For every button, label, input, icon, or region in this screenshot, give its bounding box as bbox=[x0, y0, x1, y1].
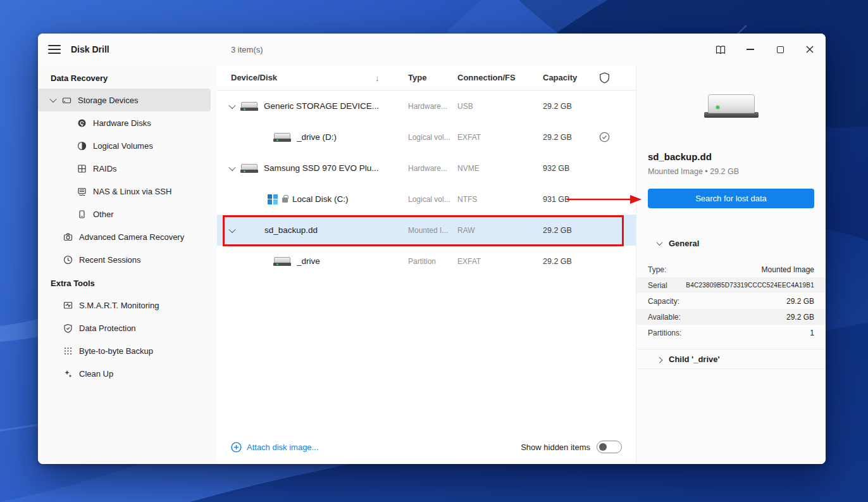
minimize-button[interactable] bbox=[741, 40, 760, 59]
shield-icon bbox=[600, 73, 609, 83]
sidebar-item-label: Other bbox=[93, 210, 114, 219]
chevron-down-icon[interactable] bbox=[228, 225, 235, 232]
sidebar: Data Recovery Storage Devices Hardware D… bbox=[38, 65, 217, 464]
titlebar[interactable]: Disk Drill 3 item(s) bbox=[38, 34, 826, 65]
property-row: Partitions:1 bbox=[636, 325, 826, 341]
column-header-capacity[interactable]: Capacity bbox=[543, 73, 592, 82]
chevron-down-icon[interactable] bbox=[228, 163, 235, 170]
sidebar-item-advanced-camera-recovery[interactable]: Advanced Camera Recovery bbox=[38, 225, 211, 248]
show-hidden-label: Show hidden items bbox=[521, 442, 590, 452]
sidebar-item-raids[interactable]: RAIDs bbox=[38, 157, 211, 180]
device-name: _drive (D:) bbox=[297, 132, 337, 142]
device-capacity: 29.2 GB bbox=[543, 257, 592, 266]
device-fs: USB bbox=[457, 102, 543, 111]
sidebar-item-other[interactable]: Other bbox=[38, 203, 211, 225]
hamburger-menu-icon[interactable] bbox=[48, 45, 61, 54]
table-header: Device/Disk ↓ Type Connection/FS Capacit… bbox=[217, 65, 636, 91]
byte-backup-icon bbox=[63, 346, 73, 356]
table-row[interactable]: Generic STORAGE DEVICE... Hardware... US… bbox=[217, 91, 636, 122]
other-device-icon bbox=[77, 210, 87, 219]
sidebar-item-label: Hardware Disks bbox=[93, 118, 151, 128]
table-row[interactable]: Samsung SSD 970 EVO Plu... Hardware... N… bbox=[217, 153, 636, 184]
show-hidden-toggle[interactable] bbox=[597, 441, 622, 453]
sidebar-item-label: Byte-to-byte Backup bbox=[79, 346, 153, 356]
sidebar-item-clean-up[interactable]: Clean Up bbox=[38, 362, 211, 385]
sidebar-item-smart-monitoring[interactable]: S.M.A.R.T. Monitoring bbox=[38, 294, 211, 317]
child-drive-section-header[interactable]: Child '_drive' bbox=[636, 349, 826, 369]
chevron-right-icon bbox=[657, 356, 663, 363]
drive-icon bbox=[274, 257, 290, 266]
bitlocker-lock-icon bbox=[282, 198, 288, 203]
device-type: Logical vol... bbox=[408, 133, 457, 142]
chevron-down-icon bbox=[49, 96, 56, 103]
device-capacity: 29.2 GB bbox=[543, 226, 592, 235]
sidebar-item-nas-ssh[interactable]: NAS & Linux via SSH bbox=[38, 180, 211, 203]
column-header-connection[interactable]: Connection/FS bbox=[457, 73, 543, 82]
desktop: Disk Drill 3 item(s) Data Recovery bbox=[0, 0, 868, 502]
search-for-lost-data-button[interactable]: Search for lost data bbox=[648, 189, 814, 208]
drive-illustration bbox=[704, 94, 759, 118]
sidebar-item-storage-devices[interactable]: Storage Devices bbox=[38, 89, 211, 111]
property-row: SerialB4C23809B5D73319CCCC524EEC4A19B1 bbox=[636, 277, 826, 293]
device-type: Partition bbox=[408, 257, 457, 266]
sidebar-item-label: S.M.A.R.T. Monitoring bbox=[79, 301, 159, 310]
device-list-panel: Device/Disk ↓ Type Connection/FS Capacit… bbox=[217, 65, 636, 464]
device-fs: NTFS bbox=[457, 195, 543, 204]
app-title: Disk Drill bbox=[71, 44, 109, 54]
selected-device-title: sd_backup.dd bbox=[648, 151, 712, 162]
circle-plus-icon bbox=[231, 442, 242, 453]
attach-disk-image-link[interactable]: Attach disk image... bbox=[231, 442, 318, 453]
property-row: Available:29.2 GB bbox=[636, 309, 826, 325]
list-footer: Attach disk image... Show hidden items bbox=[217, 430, 636, 464]
sidebar-item-recent-sessions[interactable]: Recent Sessions bbox=[38, 248, 211, 271]
device-capacity: 29.2 GB bbox=[543, 133, 592, 142]
sidebar-item-data-protection[interactable]: Data Protection bbox=[38, 317, 211, 339]
device-capacity: 932 GB bbox=[543, 164, 592, 173]
storage-devices-icon bbox=[62, 96, 71, 105]
windows-logo-icon bbox=[268, 194, 278, 204]
camera-icon bbox=[63, 232, 73, 242]
chevron-down-icon[interactable] bbox=[228, 101, 235, 108]
drive-icon bbox=[241, 164, 257, 173]
sidebar-item-logical-volumes[interactable]: Logical Volumes bbox=[38, 134, 211, 157]
help-book-icon[interactable] bbox=[711, 40, 730, 59]
hardware-disks-icon bbox=[77, 118, 87, 128]
close-button[interactable] bbox=[800, 40, 819, 59]
shield-icon bbox=[63, 323, 73, 333]
device-type: Hardware... bbox=[408, 164, 457, 173]
column-header-protection[interactable] bbox=[592, 72, 636, 84]
section-header-extra-tools: Extra Tools bbox=[38, 277, 217, 289]
table-row[interactable]: _drive Partition EXFAT 29.2 GB bbox=[217, 246, 636, 277]
device-name: _drive bbox=[297, 256, 320, 266]
nas-ssh-icon bbox=[77, 187, 87, 196]
table-row-selected[interactable]: sd_backup.dd Mounted I... RAW 29.2 GB bbox=[217, 215, 636, 246]
device-name: Generic STORAGE DEVICE... bbox=[264, 101, 379, 111]
table-row[interactable]: Local Disk (C:) Logical vol... NTFS 931 … bbox=[217, 184, 636, 215]
maximize-button[interactable] bbox=[771, 40, 790, 59]
protected-check-icon[interactable] bbox=[599, 132, 610, 142]
device-fs: RAW bbox=[457, 226, 543, 235]
device-name: Local Disk (C:) bbox=[292, 194, 349, 204]
general-section-header[interactable]: General bbox=[636, 236, 826, 250]
device-name: sd_backup.dd bbox=[264, 225, 318, 235]
disk-drill-window: Disk Drill 3 item(s) Data Recovery bbox=[38, 34, 826, 464]
selected-device-subtitle: Mounted Image • 29.2 GB bbox=[648, 167, 739, 176]
section-header-data-recovery: Data Recovery bbox=[38, 72, 217, 84]
sidebar-item-label: Data Protection bbox=[79, 323, 136, 333]
raids-icon bbox=[77, 164, 87, 173]
device-name: Samsung SSD 970 EVO Plu... bbox=[264, 163, 379, 173]
sidebar-item-hardware-disks[interactable]: Hardware Disks bbox=[38, 111, 211, 134]
sidebar-item-label: Logical Volumes bbox=[93, 141, 153, 151]
table-row[interactable]: _drive (D:) Logical vol... EXFAT 29.2 GB bbox=[217, 122, 636, 153]
smart-monitoring-icon bbox=[63, 301, 73, 310]
sort-descending-icon[interactable]: ↓ bbox=[375, 73, 380, 82]
sidebar-item-label: NAS & Linux via SSH bbox=[93, 187, 171, 196]
sidebar-item-label: RAIDs bbox=[93, 164, 117, 173]
drive-icon bbox=[241, 102, 257, 111]
device-type: Logical vol... bbox=[408, 195, 457, 204]
column-header-type[interactable]: Type bbox=[408, 73, 457, 82]
column-header-device[interactable]: Device/Disk ↓ bbox=[217, 73, 408, 82]
device-fs: EXFAT bbox=[457, 133, 543, 142]
device-type: Mounted I... bbox=[408, 226, 457, 235]
sidebar-item-byte-backup[interactable]: Byte-to-byte Backup bbox=[38, 339, 211, 362]
